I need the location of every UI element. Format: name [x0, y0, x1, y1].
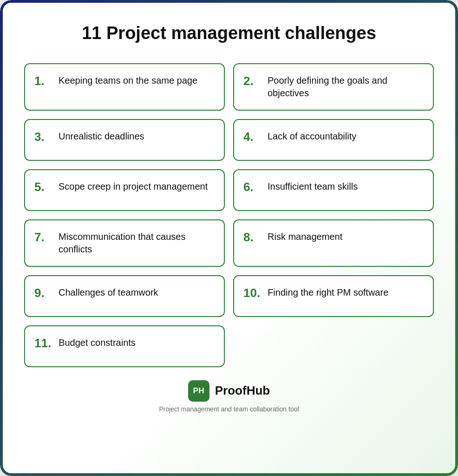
- item-label: Miscommunication that causes conflicts: [59, 231, 215, 256]
- item-number: 11.: [34, 337, 51, 350]
- item-number: 8.: [243, 231, 260, 244]
- last-row: 11. Budget constraints: [24, 325, 434, 367]
- list-item: 2. Poorly defining the goals and objecti…: [233, 63, 434, 111]
- footer: PH ProofHub Project management and team …: [24, 380, 434, 413]
- item-number: 4.: [243, 130, 260, 144]
- item-number: 9.: [34, 286, 51, 300]
- item-label: Finding the right PM software: [268, 286, 388, 299]
- item-number: 3.: [34, 130, 51, 144]
- list-item: 3. Unrealistic deadlines: [24, 119, 225, 161]
- main-card: 11 Project management challenges 1. Keep…: [0, 0, 458, 476]
- list-item: 7. Miscommunication that causes conflict…: [24, 219, 225, 267]
- logo-row: PH ProofHub: [188, 380, 270, 402]
- item-label: Risk management: [268, 231, 342, 243]
- item-label: Insufficient team skills: [268, 180, 358, 193]
- list-item: 10. Finding the right PM software: [233, 275, 434, 317]
- list-item: 5. Scope creep in project management: [24, 169, 225, 211]
- item-number: 7.: [34, 231, 51, 244]
- item-label: Scope creep in project management: [59, 180, 208, 193]
- item-label: Keeping teams on the same page: [59, 74, 197, 87]
- item-number: 2.: [243, 74, 260, 88]
- list-item: 8. Risk management: [233, 219, 434, 267]
- item-number: 6.: [243, 180, 260, 194]
- list-item: 9. Challenges of teamwork: [24, 275, 225, 317]
- logo-icon: PH: [188, 380, 209, 402]
- item-number: 1.: [34, 74, 51, 88]
- list-item: 4. Lack of accountability: [233, 119, 434, 161]
- item-label: Unrealistic deadlines: [59, 130, 144, 143]
- page-title: 11 Project management challenges: [24, 22, 434, 45]
- item-label: Challenges of teamwork: [59, 286, 158, 299]
- items-grid: 1. Keeping teams on the same page 2. Poo…: [24, 63, 434, 317]
- item-number: 10.: [243, 286, 260, 300]
- list-item: 11. Budget constraints: [24, 325, 225, 367]
- logo-name: ProofHub: [215, 383, 270, 398]
- item-label: Poorly defining the goals and objectives: [268, 74, 424, 99]
- item-label: Budget constraints: [59, 337, 136, 349]
- list-item: 6. Insufficient team skills: [233, 169, 434, 211]
- item-label: Lack of accountability: [268, 130, 356, 143]
- list-item: 1. Keeping teams on the same page: [24, 63, 225, 111]
- footer-tagline: Project management and team collaboratio…: [159, 405, 299, 413]
- item-number: 5.: [34, 180, 51, 194]
